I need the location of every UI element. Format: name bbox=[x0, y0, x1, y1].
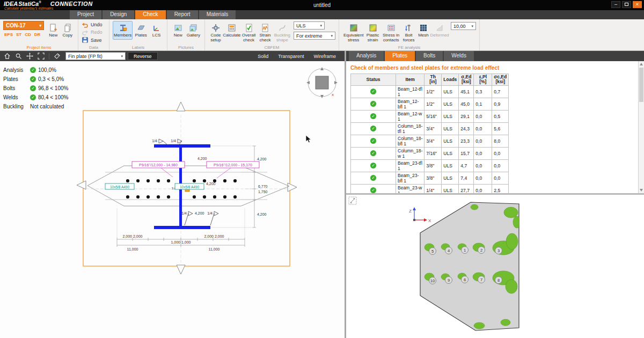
thickness-cell: 3/4" bbox=[425, 135, 442, 147]
strain-check-button[interactable]: Strain check bbox=[257, 21, 273, 45]
ribbon-tab[interactable]: Report bbox=[167, 10, 198, 19]
mode-toggle[interactable]: DR bbox=[34, 32, 41, 37]
home-view-button[interactable] bbox=[2, 52, 12, 61]
minimize-button[interactable]: – bbox=[611, 1, 620, 8]
check-summary-item[interactable]: Buckling ✓ Not calculated bbox=[3, 102, 68, 111]
overall-check-button[interactable]: Overall check bbox=[240, 21, 257, 45]
equivalent-stress-button[interactable]: Equivalent stress bbox=[342, 21, 364, 45]
mode-toggle[interactable]: ST bbox=[16, 32, 21, 37]
plate-stress-view[interactable]: Z X bbox=[346, 195, 644, 338]
thickness-cell: 1/4" bbox=[425, 184, 442, 193]
code-setup-button[interactable]: Code setup bbox=[208, 21, 223, 45]
plates-icon bbox=[135, 23, 147, 33]
results-tab[interactable]: Bolts bbox=[416, 51, 443, 61]
scroll-up-arrow[interactable] bbox=[640, 63, 643, 65]
results-table-row[interactable]: ✓ Beam_23-bfl 1 3/8" ULS 7,4 0,0 0,0 bbox=[351, 172, 509, 184]
expand-view-icon[interactable] bbox=[349, 197, 356, 204]
undo-button[interactable]: Undo bbox=[82, 21, 103, 28]
dimension-label: 4,200 bbox=[257, 212, 267, 216]
deformed-scale-input[interactable]: 10,00 ▾ bbox=[451, 22, 476, 30]
eps-pl-cell: 0,0 bbox=[474, 135, 492, 147]
close-button[interactable]: × bbox=[633, 1, 642, 8]
results-tab[interactable]: Welds bbox=[444, 51, 474, 61]
results-tab[interactable]: Plates bbox=[385, 51, 415, 61]
connection-item-selector[interactable]: CON-17 ▾ bbox=[3, 21, 44, 30]
item-cell: Beam_23-w 1 bbox=[396, 184, 425, 193]
results-table-row[interactable]: ✓ Beam_23-w 1 1/4" ULS 27,7 0,0 2,5 bbox=[351, 184, 509, 193]
results-column-header: Item bbox=[396, 74, 425, 86]
weld-label: 1/4 bbox=[181, 211, 187, 215]
zoom-fit-button[interactable] bbox=[36, 52, 46, 61]
results-table-row[interactable]: ✓ Column_18-w 1 7/16" ULS 15,7 0,0 0,0 bbox=[351, 147, 509, 159]
pan-icon bbox=[26, 53, 33, 60]
scroll-down-arrow[interactable] bbox=[640, 189, 643, 192]
stress-in-contacts-button[interactable]: Stress in contacts bbox=[381, 21, 401, 45]
mesh-button[interactable]: Mesh bbox=[416, 21, 430, 40]
check-summary-item[interactable]: Analysis ✓ 100,0% bbox=[3, 65, 68, 75]
ribbon-tab[interactable]: Materials bbox=[199, 10, 236, 19]
ribbon-tab[interactable]: Design bbox=[103, 10, 134, 19]
ribbon: CON-17 ▾ EPSSTCDDR New Copy Project it bbox=[0, 19, 644, 51]
mode-toggle[interactable]: CD bbox=[25, 32, 31, 37]
view-mode-button[interactable]: Wireframe bbox=[309, 53, 340, 60]
calculate-button[interactable]: Calculate bbox=[223, 21, 240, 40]
thickness-cell: 5/16" bbox=[425, 110, 442, 122]
loads-cell: ULS bbox=[442, 184, 459, 193]
bolt-number: 2 bbox=[480, 248, 482, 253]
sigma-ed-cell: 23,3 bbox=[459, 135, 474, 147]
scrollbar-thumb[interactable] bbox=[639, 68, 643, 102]
bolt-forces-button[interactable]: Bolt forces bbox=[401, 21, 416, 45]
new-item-button[interactable]: New bbox=[46, 21, 61, 40]
status-cell: ✓ bbox=[351, 135, 396, 147]
results-table-row[interactable]: ✓ Column_18-bfl 1 3/4" ULS 23,3 0,0 8,0 bbox=[351, 135, 509, 147]
reverse-button[interactable]: Reverse bbox=[128, 52, 158, 60]
operation-select[interactable]: Fin plate (FP fit) ▾ bbox=[65, 52, 126, 60]
maximize-button[interactable] bbox=[622, 1, 631, 8]
status-cell: ✓ bbox=[351, 184, 396, 193]
view-mode-button[interactable]: Solid bbox=[253, 53, 273, 60]
view-cube[interactable]: x bbox=[305, 65, 339, 100]
label-toggle-button[interactable] bbox=[52, 52, 62, 61]
evaluation-select[interactable]: For extreme ▾ bbox=[294, 32, 335, 40]
plastic-strain-button[interactable]: Plastic strain bbox=[364, 21, 380, 45]
redo-icon bbox=[82, 29, 89, 36]
dimension-label: 6,770 bbox=[258, 185, 268, 188]
results-table-row[interactable]: ✓ Beam_23-tfl 1 3/8" ULS 4,7 0,0 0,0 bbox=[351, 159, 509, 172]
new-picture-button[interactable]: New bbox=[171, 21, 186, 40]
pan-button[interactable] bbox=[25, 52, 35, 61]
check-summary-item[interactable]: Plates ✓ 0,3 < 5,0% bbox=[3, 75, 68, 84]
pass-status-icon: ✓ bbox=[370, 187, 376, 193]
loads-cell: ULS bbox=[442, 98, 459, 110]
save-button[interactable]: Save bbox=[82, 36, 102, 44]
members-labels-toggle[interactable]: Members bbox=[113, 21, 133, 40]
view-mode-button[interactable]: Transparent bbox=[274, 53, 308, 60]
loads-cell: ULS bbox=[442, 110, 459, 122]
results-tab[interactable]: Analysis bbox=[349, 51, 384, 61]
plates-labels-toggle[interactable]: Plates bbox=[133, 21, 149, 40]
check-summary-item[interactable]: Welds ✓ 80,4 < 100% bbox=[3, 93, 68, 102]
bolt-number: 9 bbox=[448, 278, 450, 283]
results-table-row[interactable]: ✓ Beam_12-w 1 5/16" ULS 29,1 0,0 0,5 bbox=[351, 110, 509, 122]
load-type-select[interactable]: ULS ▾ bbox=[294, 21, 325, 30]
undo-icon bbox=[82, 21, 89, 28]
drawing-canvas[interactable]: Analysis ✓ 100,0% Plates ✓ 0,3 < 5,0% Bo… bbox=[0, 61, 345, 338]
pass-status-icon: ✓ bbox=[30, 94, 36, 100]
results-table-row[interactable]: ✓ Beam_12-bfl 1 1/2" ULS 45,0 0,1 0,9 bbox=[351, 98, 509, 110]
eps-pl-cell: 0,0 bbox=[474, 172, 492, 184]
ribbon-group-pictures: New Gallery Pictures bbox=[167, 19, 205, 50]
zoom-window-button[interactable] bbox=[13, 52, 24, 61]
results-table-row[interactable]: ✓ Beam_12-tfl 1 1/2" ULS 45,1 0,3 0,7 bbox=[351, 85, 509, 98]
buckling-shape-button: Buckling shape bbox=[273, 21, 291, 45]
ribbon-tab[interactable]: Check bbox=[135, 10, 165, 19]
lcs-labels-toggle[interactable]: LCS bbox=[149, 21, 164, 40]
check-summary-item[interactable]: Bolts ✓ 96,8 < 100% bbox=[3, 84, 68, 93]
results-table-row[interactable]: ✓ Column_18-tfl 1 3/4" ULS 24,3 0,0 5,6 bbox=[351, 122, 509, 135]
copy-item-button[interactable]: Copy bbox=[61, 21, 75, 40]
sigma-ed-cell: 45,1 bbox=[459, 85, 474, 98]
mode-toggle[interactable]: EPS bbox=[4, 32, 13, 37]
ribbon-tab[interactable]: Project bbox=[70, 10, 101, 19]
chevron-down-icon: ▾ bbox=[320, 24, 322, 28]
fit-screen-icon bbox=[38, 53, 45, 60]
results-scrollbar[interactable] bbox=[638, 61, 644, 193]
gallery-button[interactable]: Gallery bbox=[186, 21, 201, 40]
